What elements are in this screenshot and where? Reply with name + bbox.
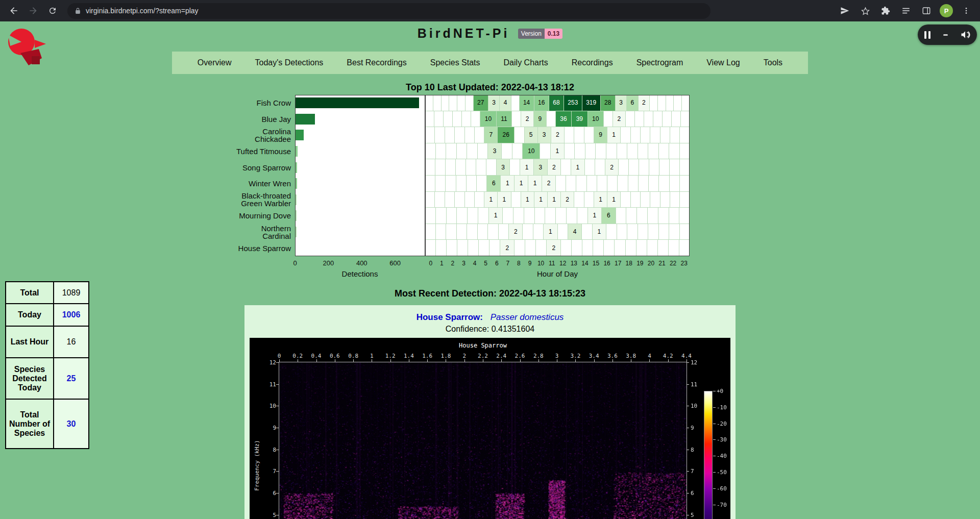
db-tick-label: +0 [717,388,723,394]
nav-item-recordings[interactable]: Recordings [572,58,613,67]
heatmap-cell [648,224,659,240]
hour-label: 7 [506,260,510,267]
heatmap-cell [444,111,453,128]
freq-tick-right [687,515,689,515]
heatmap-cell [467,143,478,160]
heatmap-cell [447,240,457,256]
heatmap-cell [639,159,649,176]
stats-value[interactable]: 30 [54,399,89,449]
freq-tick [276,384,279,385]
species-label: Black-throated Green Warbler [235,192,295,208]
heatmap-cell [647,240,658,256]
nav-item-view-log[interactable]: View Log [706,58,740,67]
heatmap-cell [434,111,444,128]
pause-icon[interactable] [924,31,930,39]
heatmap-cell [447,208,457,224]
time-tick [631,359,631,362]
heatmap-cell [653,111,663,128]
nav-item-species-stats[interactable]: Species Stats [430,58,480,67]
heatmap-cell: 6 [627,95,638,111]
time-tick [446,359,446,362]
stats-value[interactable]: 25 [54,358,89,399]
time-tick-label: 2 [462,353,466,359]
reload-icon[interactable] [44,2,61,19]
heatmap-cell [680,192,689,208]
volume-icon[interactable] [960,30,970,40]
heatmap-cell [457,240,468,256]
nav-item-best-recordings[interactable]: Best Recordings [347,58,406,67]
freq-tick-right [687,428,689,428]
browser-toolbar: virginia.birdnetpi.com/?stream=play P [0,0,980,21]
bar-x-tick: 400 [356,259,368,267]
stats-value[interactable]: 1006 [54,304,89,326]
time-tick [557,359,557,362]
hour-label: 13 [571,260,577,267]
freq-tick-label: 6 [258,490,276,497]
heatmap-cell [513,208,524,224]
heatmap-row: 3101 [425,143,690,160]
time-tick-label: 3.6 [607,353,618,359]
freq-tick-label-right: 9 [691,425,709,431]
heatmap-cell [524,208,535,224]
heatmap-cell [503,208,513,224]
nav-item-daily-charts[interactable]: Daily Charts [504,58,548,67]
heatmap-cell [510,159,520,176]
freq-tick-label-right: 6 [691,490,709,497]
stats-row: Last Hour16 [6,326,89,358]
nav-item-overview[interactable]: Overview [198,58,232,67]
extensions-icon[interactable] [877,2,894,19]
freq-tick-label: 10 [258,403,276,409]
birdnet-logo [5,27,50,69]
nav-item-spectrogram[interactable]: Spectrogram [636,58,683,67]
heatmap-cell: 2 [561,192,574,208]
time-tick-label: 4.2 [663,353,673,359]
heatmap-cell [478,224,488,240]
heatmap-cell: 1 [594,192,607,208]
heatmap-cell [574,192,584,208]
time-tick-label: 1.6 [422,353,432,359]
heatmap-cell: 16 [534,95,549,111]
heatmap-cell: 1 [551,143,565,160]
heatmap-cell [584,127,594,143]
nav-item-today-s-detections[interactable]: Today's Detections [255,58,324,67]
scientific-name-link[interactable]: Passer domesticus [491,312,564,322]
chart-rows: Fish Crow273414166825331928362Blue Jay10… [235,95,690,256]
heatmap-cell [660,192,670,208]
heatmap-cell [511,95,520,111]
side-panel-icon[interactable] [918,2,935,19]
species-link[interactable]: House Sparrow: [416,312,483,322]
heatmap-cell [650,95,658,111]
time-tick-label: 4 [648,353,651,359]
heatmap-cell [669,208,680,224]
heatmap-cell [535,208,546,224]
heatmap-cell: 2 [613,111,626,128]
send-icon[interactable] [836,2,853,19]
heatmap-cell [465,127,475,143]
db-tick [713,391,716,391]
audio-player[interactable] [918,24,977,45]
heatmap-cell [489,240,500,256]
heatmap-cell [585,159,595,176]
menu-kebab-icon[interactable] [958,2,975,19]
profile-avatar[interactable]: P [940,4,953,17]
heatmap-cell [561,240,572,256]
heatmap-cell: 10 [480,111,496,128]
heatmap-cell: 1 [489,208,503,224]
heatmap-cell [674,95,682,111]
heatmap-cell [558,224,569,240]
reading-list-icon[interactable] [897,2,915,19]
back-icon[interactable] [5,2,22,19]
time-tick [316,359,317,362]
nav-item-tools[interactable]: Tools [764,58,782,67]
heatmap-cell [466,159,476,176]
address-bar[interactable]: virginia.birdnetpi.com/?stream=play [67,3,710,19]
forward-icon[interactable] [24,2,42,19]
stats-table: Total1089Today1006Last Hour16Species Det… [5,281,89,449]
bookmark-star-icon[interactable] [856,2,874,19]
heatmap-cell [478,208,489,224]
heatmap-cell: 319 [582,95,601,111]
heatmap-cell [436,240,447,256]
heatmap-cell [621,192,630,208]
hour-label: 17 [615,260,621,267]
heatmap-cell [597,176,607,192]
